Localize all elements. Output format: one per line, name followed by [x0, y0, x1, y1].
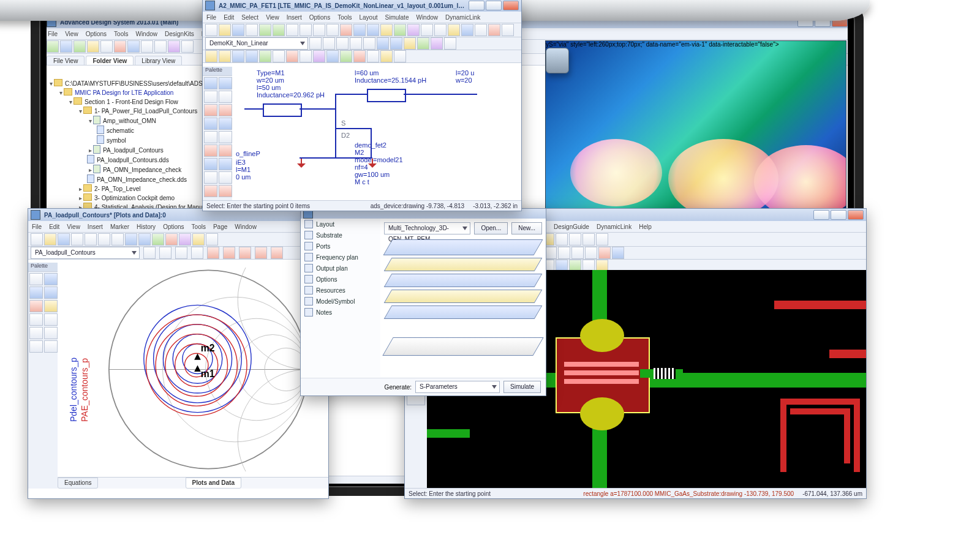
schem-minimize-button[interactable] — [469, 1, 484, 10]
plots-menu-view[interactable]: View — [67, 223, 80, 230]
chart-icon[interactable] — [127, 40, 140, 53]
simulate-button[interactable]: Simulate — [503, 381, 541, 393]
tb-opt-icon[interactable] — [407, 24, 420, 36]
tb3-14-icon[interactable] — [380, 50, 393, 62]
pal-cmp-14[interactable] — [219, 158, 232, 170]
layer-2[interactable] — [384, 258, 543, 271]
tb-undo-icon[interactable] — [259, 24, 271, 36]
menu-file[interactable]: File — [48, 31, 58, 37]
layer-4[interactable] — [384, 290, 543, 303]
pt-misc2-icon[interactable] — [206, 233, 218, 246]
pt-new-icon[interactable] — [31, 233, 43, 246]
lt-ellipse-icon[interactable] — [582, 233, 595, 246]
dataset-combo[interactable]: PA_loadpull_Contours — [31, 247, 140, 259]
schem-menu-window[interactable]: Window — [416, 14, 438, 21]
tb-pin-icon[interactable] — [309, 37, 322, 50]
tb-print-icon[interactable] — [246, 24, 258, 36]
schematic-menubar[interactable]: File Edit Select View Insert Options Too… — [203, 12, 521, 23]
plots-tab-equations[interactable]: Equations — [58, 478, 98, 489]
pt-trace5-icon[interactable] — [271, 247, 283, 259]
pal-cmp-3[interactable] — [204, 91, 217, 103]
tb3-2-icon[interactable] — [219, 50, 231, 62]
tb3-10-icon[interactable] — [326, 50, 339, 62]
schematic-palette[interactable]: Palette — [203, 67, 233, 201]
tb-sim-icon[interactable] — [380, 24, 393, 36]
tb3-13-icon[interactable] — [367, 50, 379, 62]
tb3-5-icon[interactable] — [259, 50, 271, 62]
smith-chart[interactable]: m2 m1 — [93, 268, 323, 471]
plots-tab-plotsdata[interactable]: Plots and Data — [186, 478, 241, 489]
pal-cmp-2[interactable] — [219, 77, 232, 89]
tb-wire-icon[interactable] — [323, 37, 335, 50]
pal-cmp-18[interactable] — [219, 185, 232, 197]
pal-diamond-icon[interactable] — [44, 327, 58, 339]
pt-trace2-icon[interactable] — [223, 247, 235, 259]
schem-menu-file[interactable]: File — [206, 14, 216, 21]
tree-root[interactable]: MMIC PA Design for LTE Application — [75, 89, 173, 96]
inductor-l1[interactable] — [263, 103, 302, 117]
tb-misc7-icon[interactable] — [502, 24, 514, 36]
tb3-11-icon[interactable] — [340, 50, 352, 62]
tb3-4-icon[interactable] — [246, 50, 258, 62]
tb-zoomfit-icon[interactable] — [367, 24, 379, 36]
substrate-combo[interactable]: Multi_Technology_3D-QFN_MT_PEM — [384, 222, 470, 234]
plots-canvas[interactable]: m2 m1 Pdel_contours_p PAE_contours_p Equ… — [58, 263, 328, 489]
pal-cmp-5[interactable] — [204, 104, 217, 116]
substrate-stack[interactable] — [388, 239, 538, 372]
tree-n1[interactable]: 1- PA_Power_Fld_LoadPull_Contours — [94, 108, 197, 114]
layer-top[interactable] — [383, 239, 543, 255]
pal-grid-icon[interactable] — [44, 273, 58, 285]
layer-bottom[interactable] — [382, 337, 543, 356]
pal-cmp-17[interactable] — [204, 185, 217, 197]
plots-menu-edit[interactable]: Edit — [49, 223, 59, 230]
tb-meas-icon[interactable] — [417, 37, 429, 50]
pal-text-icon[interactable] — [44, 340, 58, 353]
tb-misc6-icon[interactable] — [488, 24, 500, 36]
plots-menu-options[interactable]: Options — [163, 223, 184, 230]
schem-menu-insert[interactable]: Insert — [287, 14, 302, 21]
pt-fit-icon[interactable] — [152, 233, 164, 246]
tb-net-icon[interactable] — [350, 37, 362, 50]
tb-misc3-icon[interactable] — [448, 24, 460, 36]
tree-n1d[interactable]: PA_OMN_Impedance_check — [103, 167, 181, 173]
plots-menu-file[interactable]: File — [32, 223, 42, 230]
tb-record-icon[interactable] — [340, 24, 352, 36]
lay-close-button[interactable] — [848, 210, 864, 220]
schem-menu-layout[interactable]: Layout — [360, 14, 378, 21]
schem-menu-edit[interactable]: Edit — [224, 14, 234, 21]
lay-menu-help[interactable]: Help — [639, 223, 652, 230]
lay-minimize-button[interactable] — [813, 210, 829, 220]
schematic-titlebar[interactable]: A2_MMIC_PA_FET1 [LTE_MMIC_PA_IS_DemoKit_… — [203, 0, 521, 12]
tb-save-icon[interactable] — [232, 24, 244, 36]
lt2-7-icon[interactable] — [598, 247, 611, 259]
tb3-3-icon[interactable] — [232, 50, 244, 62]
pal-cmp-11[interactable] — [204, 144, 217, 157]
schem-menu-dynamiclink[interactable]: DynamicLink — [445, 14, 480, 21]
layer-5[interactable] — [384, 305, 543, 319]
pal-box-icon[interactable] — [29, 327, 43, 339]
menu-designkits[interactable]: DesignKits — [165, 31, 194, 37]
pal-cmp-1[interactable] — [204, 77, 217, 89]
plots-menu-window[interactable]: Window — [235, 223, 257, 230]
tb-var-icon[interactable] — [431, 37, 443, 50]
tb3-1-icon[interactable] — [205, 50, 217, 62]
tb-goal-icon[interactable] — [444, 37, 456, 50]
save-icon[interactable] — [87, 40, 99, 53]
tb3-15-icon[interactable] — [394, 50, 406, 62]
pt-arrow-icon[interactable] — [85, 233, 97, 246]
tb3-9-icon[interactable] — [313, 50, 325, 62]
pal-cmp-15[interactable] — [204, 171, 217, 184]
schem-menu-view[interactable]: View — [266, 14, 279, 21]
tb-zoom-icon[interactable] — [353, 24, 366, 36]
side-substrate[interactable]: Substrate — [301, 230, 380, 241]
tree-section1[interactable]: Section 1 - Front-End Design Flow — [85, 99, 178, 105]
tb-paste-icon[interactable] — [313, 24, 325, 36]
schem-menu-select[interactable]: Select — [241, 14, 258, 21]
lt2-3-icon[interactable] — [545, 247, 557, 259]
tb3-12-icon[interactable] — [353, 50, 366, 62]
tree-n1c[interactable]: PA_loadpull_Contours.dds — [97, 157, 169, 163]
pt-trace3-icon[interactable] — [239, 247, 251, 259]
menu-tools[interactable]: Tools — [114, 31, 128, 37]
side-notes[interactable]: Notes — [301, 307, 380, 318]
pt-eqn-icon[interactable] — [179, 233, 191, 246]
